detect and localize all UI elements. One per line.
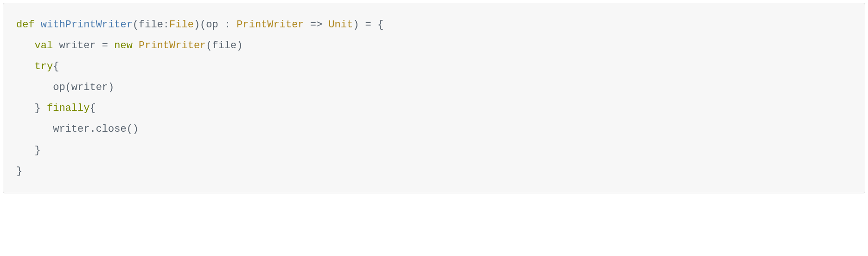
paren-close-brace: ) = { — [353, 19, 383, 31]
colon: : — [218, 19, 237, 31]
type-printwriter: PrintWriter — [139, 40, 206, 51]
brace-close: } — [35, 102, 47, 114]
keyword-new: new — [114, 40, 133, 51]
function-name: withPrintWriter — [41, 19, 133, 31]
equals: = — [96, 40, 115, 51]
type-printwriter: PrintWriter — [236, 19, 304, 31]
param-op: op — [206, 19, 218, 31]
indent — [16, 40, 35, 51]
indent — [16, 61, 35, 72]
call-writer-close: writer.close() — [53, 123, 139, 135]
code-block: def withPrintWriter(file:File)(op : Prin… — [3, 3, 865, 193]
code-line-4: op(writer) — [16, 82, 114, 93]
keyword-def: def — [16, 19, 35, 31]
arrow: => — [304, 19, 329, 31]
code-line-1: def withPrintWriter(file:File)(op : Prin… — [16, 19, 383, 31]
space — [53, 40, 59, 51]
type-file: File — [169, 19, 194, 31]
indent — [16, 145, 35, 156]
code-line-7: } — [16, 145, 41, 156]
brace-open: { — [89, 102, 96, 114]
space — [133, 40, 139, 51]
paren-close-open: )( — [194, 19, 206, 31]
keyword-try: try — [35, 61, 53, 72]
paren-open: ( — [206, 40, 212, 51]
param-file: file: — [139, 19, 169, 31]
brace-close: } — [35, 145, 41, 156]
brace-open: { — [53, 61, 59, 72]
code-line-2: val writer = new PrintWriter(file) — [16, 40, 243, 51]
brace-close: } — [16, 166, 22, 177]
indent — [16, 102, 35, 114]
indent — [16, 123, 53, 135]
var-writer: writer — [59, 40, 96, 51]
paren-close: ) — [236, 40, 243, 51]
code-line-6: writer.close() — [16, 123, 139, 135]
paren-open: ( — [133, 19, 139, 31]
indent — [16, 82, 53, 93]
keyword-finally: finally — [47, 102, 89, 114]
arg-file: file — [212, 40, 237, 51]
code-line-8: } — [16, 166, 22, 177]
keyword-val: val — [35, 40, 53, 51]
type-unit: Unit — [328, 19, 353, 31]
code-line-5: } finally{ — [16, 102, 96, 114]
code-line-3: try{ — [16, 61, 59, 72]
call-op-writer: op(writer) — [53, 82, 114, 93]
